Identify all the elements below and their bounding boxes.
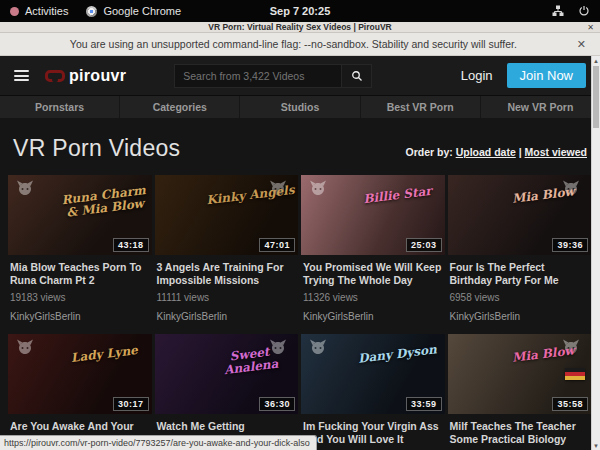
unsupported-flag-infobar: You are using an unsupported command-lin… — [0, 33, 600, 56]
duration-badge: 47:01 — [259, 238, 295, 252]
infobar-message: You are using an unsupported command-lin… — [12, 38, 575, 50]
duration-badge: 39:36 — [552, 238, 588, 252]
thumbnail-overlay-name: Kinky Angels — [206, 184, 296, 208]
site-logo-text: pirouvr — [69, 67, 126, 85]
network-icon[interactable] — [552, 5, 564, 17]
video-thumbnail[interactable]: Lady Lyne 30:17 — [8, 334, 152, 414]
thumbnail-overlay-name: Mia Blow — [499, 184, 589, 208]
thumbnail-overlay-name: Dany Dyson — [352, 343, 442, 367]
duration-badge: 43:18 — [113, 238, 149, 252]
site-logo[interactable]: pirouvr — [45, 67, 126, 85]
scrollbar[interactable]: ▲ ▼ — [591, 56, 600, 450]
scroll-down-icon[interactable]: ▼ — [592, 441, 600, 450]
status-dot-icon — [10, 7, 19, 16]
video-thumbnail[interactable]: Mia Blow 39:36 — [448, 175, 592, 255]
video-thumbnail[interactable]: Sweet Analena 36:30 — [155, 334, 299, 414]
scrollbar-thumb[interactable] — [593, 66, 599, 128]
video-card[interactable]: Mia Blow 39:36 Four Is The Perfect Birth… — [448, 175, 592, 331]
nav-item-pornstars[interactable]: Pornstars — [0, 96, 119, 118]
thumbnail-overlay-name: Sweet Analena — [205, 343, 296, 380]
video-card[interactable]: Runa Charm & Mia Blow 43:18 Mia Blow Tea… — [8, 175, 152, 331]
video-title[interactable]: Im Fucking Your Virgin Ass And You Will … — [303, 420, 443, 446]
hamburger-menu-icon[interactable] — [14, 68, 29, 84]
chrome-taskbar-item[interactable]: Google Chrome — [86, 5, 181, 17]
order-by-label: Order by: — [405, 146, 452, 158]
thumbnail-overlay-name: Billie Star — [352, 184, 442, 208]
studio-watermark-icon — [306, 337, 330, 361]
video-studio-link[interactable]: KinkyGirlsBerlin — [450, 311, 590, 322]
video-views: 11111 views — [157, 292, 297, 303]
activities-button[interactable]: Activities — [10, 5, 68, 17]
video-card[interactable]: Kinky Angels 47:01 3 Angels Are Training… — [155, 175, 299, 331]
video-title[interactable]: 3 Angels Are Training For Impossible Mis… — [157, 261, 297, 287]
window-title-bar: VR Porn: Virtual Reality Sex Videos | Pi… — [0, 22, 600, 33]
page-viewport: pirouvr Login Join Now Pornstars Categor… — [0, 56, 600, 450]
search-icon — [351, 70, 363, 82]
video-title[interactable]: Mia Blow Teaches Porn To Runa Charm Pt 2 — [10, 261, 150, 287]
video-views: 11326 views — [303, 292, 443, 303]
thumbnail-overlay-name: Lady Lyne — [59, 343, 149, 367]
order-link-upload-date[interactable]: Upload date — [456, 146, 516, 158]
join-now-button[interactable]: Join Now — [507, 63, 586, 88]
duration-badge: 25:03 — [406, 238, 442, 252]
german-flag-icon — [565, 368, 585, 380]
video-thumbnail[interactable]: Mia Blow 35:58 — [448, 334, 592, 414]
video-thumbnail[interactable]: Dany Dyson 33:59 — [301, 334, 445, 414]
studio-watermark-icon — [13, 178, 37, 202]
nav-item-categories[interactable]: Categories — [119, 96, 239, 118]
video-thumbnail[interactable]: Kinky Angels 47:01 — [155, 175, 299, 255]
duration-badge: 30:17 — [113, 397, 149, 411]
site-header: pirouvr Login Join Now — [0, 56, 600, 95]
tab-title: VR Porn: Virtual Reality Sex Videos | Pi… — [0, 22, 600, 32]
chrome-icon — [86, 6, 97, 17]
video-title[interactable]: You Promised We Will Keep Trying The Who… — [303, 261, 443, 287]
video-title[interactable]: Milf Teaches The Teacher Some Practical … — [450, 420, 590, 446]
search-input[interactable] — [174, 64, 342, 88]
main-nav: Pornstars Categories Studios Best VR Por… — [0, 95, 600, 118]
close-tab-icon[interactable]: ✕ — [587, 22, 594, 33]
video-thumbnail[interactable]: Runa Charm & Mia Blow 43:18 — [8, 175, 152, 255]
video-grid: Runa Charm & Mia Blow 43:18 Mia Blow Tea… — [8, 175, 591, 450]
studio-watermark-icon — [306, 178, 330, 202]
video-card[interactable]: Sweet Analena 36:30 Watch Me Getting Dom… — [155, 334, 299, 450]
order-separator: | — [519, 146, 522, 158]
order-by-controls: Order by: Upload date | Most viewed — [405, 146, 587, 158]
video-card[interactable]: Lady Lyne 30:17 Are You Awake And Your D… — [8, 334, 152, 450]
video-views: 19183 views — [10, 292, 150, 303]
activities-label: Activities — [25, 5, 68, 17]
nav-item-studios[interactable]: Studios — [239, 96, 359, 118]
studio-watermark-icon — [13, 337, 37, 361]
duration-badge: 35:58 — [552, 397, 588, 411]
video-studio-link[interactable]: KinkyGirlsBerlin — [303, 311, 443, 322]
vr-goggles-icon — [45, 70, 65, 82]
video-card[interactable]: Billie Star 25:03 You Promised We Will K… — [301, 175, 445, 331]
video-thumbnail[interactable]: Billie Star 25:03 — [301, 175, 445, 255]
search-button[interactable] — [342, 64, 372, 88]
infobar-close-icon[interactable]: ✕ — [575, 38, 588, 51]
video-studio-link[interactable]: KinkyGirlsBerlin — [157, 311, 297, 322]
video-studio-link[interactable]: KinkyGirlsBerlin — [10, 311, 150, 322]
video-title[interactable]: Four Is The Perfect Birthday Party For M… — [450, 261, 590, 287]
thumbnail-overlay-name: Runa Charm & Mia Blow — [58, 184, 149, 221]
chrome-label: Google Chrome — [103, 5, 181, 17]
thumbnail-overlay-name: Mia Blow — [499, 343, 589, 367]
video-views: 6958 views — [450, 292, 590, 303]
duration-badge: 33:59 — [406, 397, 442, 411]
power-icon[interactable] — [578, 5, 590, 17]
status-bar-url: https://pirouvr.com/vr-porn-video/779325… — [0, 435, 317, 450]
scroll-up-icon[interactable]: ▲ — [592, 56, 600, 65]
order-link-most-viewed[interactable]: Most viewed — [525, 146, 587, 158]
duration-badge: 36:30 — [259, 397, 295, 411]
os-top-bar: Activities Google Chrome Sep 7 20:25 — [0, 0, 600, 22]
login-link[interactable]: Login — [461, 68, 493, 83]
search-bar — [174, 64, 372, 88]
video-card[interactable]: Dany Dyson 33:59 Im Fucking Your Virgin … — [301, 334, 445, 450]
nav-item-best-vr-porn[interactable]: Best VR Porn — [360, 96, 480, 118]
page-heading-row: VR Porn Videos Order by: Upload date | M… — [0, 118, 600, 175]
video-card[interactable]: Mia Blow 35:58 Milf Teaches The Teacher … — [448, 334, 592, 450]
page-title: VR Porn Videos — [13, 135, 180, 162]
nav-item-new-vr-porn[interactable]: New VR Porn — [480, 96, 600, 118]
